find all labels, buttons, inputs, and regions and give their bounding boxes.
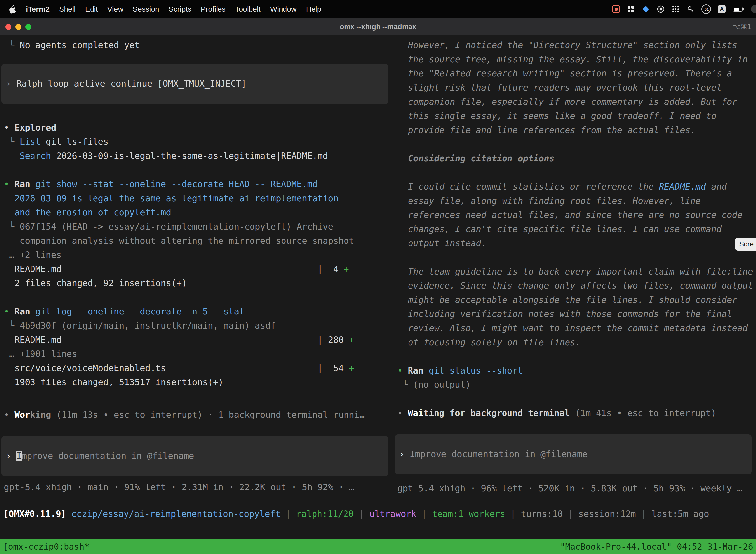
- tmux-host-clock: "MacBook-Pro-44.local" 04:52 31-Mar-26: [560, 540, 753, 554]
- text-segment: +: [344, 264, 349, 274]
- text-segment: However, I noticed the "Directory Struct…: [408, 40, 753, 135]
- text-segment: •: [397, 408, 408, 418]
- menu-profiles[interactable]: Profiles: [201, 5, 226, 13]
- window-title-bar[interactable]: omx --xhigh --madmax ⌥⌘1: [0, 18, 756, 35]
- working-status: • Working (11m 13s • esc to interrupt) ·…: [4, 408, 391, 422]
- screen-recording-indicator-icon[interactable]: [612, 5, 620, 13]
- text-segment: Search: [19, 151, 51, 161]
- terminal-line: Search 2026-03-09-is-legal-the-same-as-l…: [4, 149, 391, 163]
- terminal-line: README.md | 280 +: [4, 333, 391, 347]
- session-footer: gpt-5.4 xhigh · 96% left · 520K in · 5.8…: [397, 482, 754, 496]
- text-segment: 2 files changed, 92 insertions(+): [4, 278, 187, 288]
- terminal-line: › Improve documentation in @filename: [6, 449, 384, 463]
- text-segment: Improve documentation in @filename: [410, 449, 587, 459]
- minimize-button[interactable]: [15, 24, 21, 30]
- text-segment: turns:10: [521, 509, 563, 519]
- explored-block: • Explored └ List git ls-files Search 20…: [4, 121, 391, 163]
- text-segment: (11m 13s • esc to interrupt) · 1 backgro…: [56, 410, 365, 420]
- battery-icon[interactable]: [733, 6, 744, 12]
- blue-app-icon[interactable]: [642, 5, 650, 13]
- session-footer: gpt-5.4 xhigh · main · 91% left · 2.31M …: [4, 480, 391, 494]
- terminal-line: • Working (11m 13s • esc to interrupt) ·…: [4, 408, 391, 422]
- menu-session[interactable]: Session: [133, 5, 159, 13]
- text-segment: List: [19, 137, 41, 147]
- terminal-line: README.md | 4 +: [4, 262, 391, 276]
- terminal-line: └ (no output): [397, 378, 754, 392]
- key-icon[interactable]: [687, 5, 694, 13]
- text-segment: ›: [6, 79, 16, 89]
- text-segment: [51, 410, 56, 420]
- thinking-paragraph-2: I could cite commit statistics or refere…: [397, 180, 754, 251]
- menu-scripts[interactable]: Scripts: [169, 5, 191, 13]
- apple-menu[interactable]: [9, 5, 16, 14]
- terminal-line: gpt-5.4 xhigh · 96% left · 520K in · 5.8…: [397, 482, 754, 496]
- terminal-line: Considering citation options: [408, 151, 754, 166]
- menu-window[interactable]: Window: [270, 5, 297, 13]
- text-segment: and-the-erosion-of-copyleft.md: [14, 208, 171, 217]
- omx-status-line: [OMX#0.11.9] cczip/essay/ai-reimplementa…: [0, 499, 756, 539]
- text-segment: The team guideline is to back every impo…: [408, 267, 756, 347]
- terminal-line: 2026-03-09-is-legal-the-same-as-legitima…: [4, 191, 391, 206]
- text-segment: •: [4, 123, 14, 132]
- text-segment: 2026-03-09-is-legal-the-same-as-legitima…: [14, 193, 344, 203]
- menu-shell[interactable]: Shell: [59, 5, 76, 13]
- menu-extra-partial-icon[interactable]: [751, 5, 756, 13]
- input-source-icon[interactable]: A: [718, 5, 726, 13]
- tmux-status-bar: [omx-cczip0:bash* "MacBook-Pro-44.local"…: [0, 539, 756, 554]
- text-segment: ›: [399, 449, 410, 459]
- right-agent-pane[interactable]: However, I noticed the "Directory Struct…: [393, 35, 756, 499]
- text-segment: I: [16, 451, 21, 461]
- text-segment: [66, 509, 71, 519]
- prompt-input[interactable]: › Improve documentation in @filename: [395, 434, 752, 474]
- text-segment: README.md: [659, 182, 706, 191]
- left-agent-pane[interactable]: └ No agents completed yet› Ralph loop ac…: [0, 35, 393, 499]
- text-segment: README.md | 280: [4, 335, 349, 345]
- git-show-block: • Ran git show --stat --oneline --decora…: [4, 177, 391, 290]
- grid-app-icon[interactable]: [627, 5, 635, 13]
- terminal-line: However, I noticed the "Directory Struct…: [408, 38, 754, 137]
- text-segment: git ls-files: [41, 137, 109, 147]
- text-segment: session:12m: [578, 509, 636, 519]
- text-segment: [30, 307, 35, 317]
- menu-view[interactable]: View: [107, 5, 123, 13]
- screen: iTerm2 ShellEditViewSessionScriptsProfil…: [0, 0, 756, 554]
- terminal-line: › Improve documentation in @filename: [399, 447, 747, 461]
- terminal-line: • Explored: [4, 121, 391, 135]
- battery-percentage-text: .61: [704, 7, 709, 11]
- terminal-line: … +1901 lines: [4, 347, 391, 361]
- prompt-input[interactable]: › Improve documentation in @filename: [1, 436, 388, 476]
- text-segment: …: [4, 250, 19, 260]
- close-button[interactable]: [5, 24, 11, 30]
- text-segment: mprove documentation in @filename: [21, 451, 194, 461]
- text-segment: …: [4, 349, 19, 359]
- text-segment: +: [349, 335, 354, 345]
- git-status-block: • Ran git status --short └ (no output): [397, 364, 754, 392]
- text-segment: Ran: [408, 366, 423, 376]
- menu-edit[interactable]: Edit: [85, 5, 98, 13]
- dots-grid-icon[interactable]: [672, 5, 680, 13]
- menu-help[interactable]: Help: [306, 5, 321, 13]
- screen-share-pill[interactable]: Scre: [735, 238, 756, 251]
- terminal-line: and-the-erosion-of-copyleft.md: [4, 206, 391, 220]
- text-segment: [570, 408, 575, 418]
- git-log-block: • Ran git log --oneline --decorate -n 5 …: [4, 304, 391, 389]
- recording-dot: [615, 8, 618, 11]
- text-segment: (1m 41s • esc to interrupt): [575, 408, 716, 418]
- text-segment: Wai: [408, 408, 423, 418]
- window-title: omx --xhigh --madmax: [0, 22, 756, 31]
- round-app-icon[interactable]: [657, 5, 665, 13]
- agent-panes: └ No agents completed yet› Ralph loop ac…: [0, 35, 756, 499]
- window-hotkey-badge: ⌥⌘1: [733, 23, 752, 31]
- thinking-paragraph-1: However, I noticed the "Directory Struct…: [397, 38, 754, 137]
- text-segment: |: [636, 509, 651, 519]
- terminal-line: └ 067f154 (HEAD -> essay/ai-reimplementa…: [4, 220, 391, 234]
- text-segment: 1903 files changed, 513517 insertions(+): [4, 377, 224, 387]
- battery-percentage-badge[interactable]: .61: [701, 4, 711, 14]
- menu-bar-menus: iTerm2 ShellEditViewSessionScriptsProfil…: [9, 5, 321, 14]
- terminal-line: companion analysis without altering the …: [4, 234, 391, 248]
- app-menu-iterm2[interactable]: iTerm2: [26, 5, 50, 13]
- thinking-heading: Considering citation options: [397, 151, 754, 166]
- menu-toolbelt[interactable]: Toolbelt: [235, 5, 261, 13]
- zoom-button[interactable]: [25, 24, 31, 30]
- text-segment: └: [4, 222, 19, 232]
